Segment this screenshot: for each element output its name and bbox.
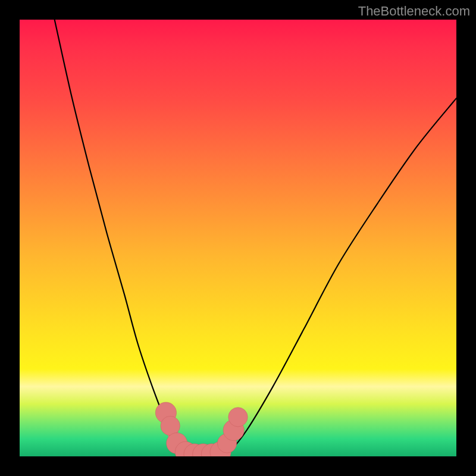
- bead-track: [166, 413, 238, 455]
- bead: [167, 433, 187, 453]
- chart-frame: TheBottleneck.com: [0, 0, 476, 476]
- bead: [217, 434, 236, 453]
- curve-left: [55, 20, 221, 456]
- bead: [228, 408, 248, 427]
- bead: [223, 419, 244, 440]
- plot-area: [20, 20, 456, 456]
- bead: [193, 444, 214, 456]
- bead: [210, 441, 231, 456]
- curve-right: [186, 98, 456, 456]
- curve-overlay: [20, 20, 456, 456]
- bead: [175, 441, 196, 456]
- bead: [155, 402, 176, 423]
- bead: [201, 444, 222, 456]
- watermark-text: TheBottleneck.com: [358, 4, 470, 19]
- bead: [161, 416, 180, 435]
- beads-group: [155, 402, 248, 456]
- bead: [184, 444, 205, 456]
